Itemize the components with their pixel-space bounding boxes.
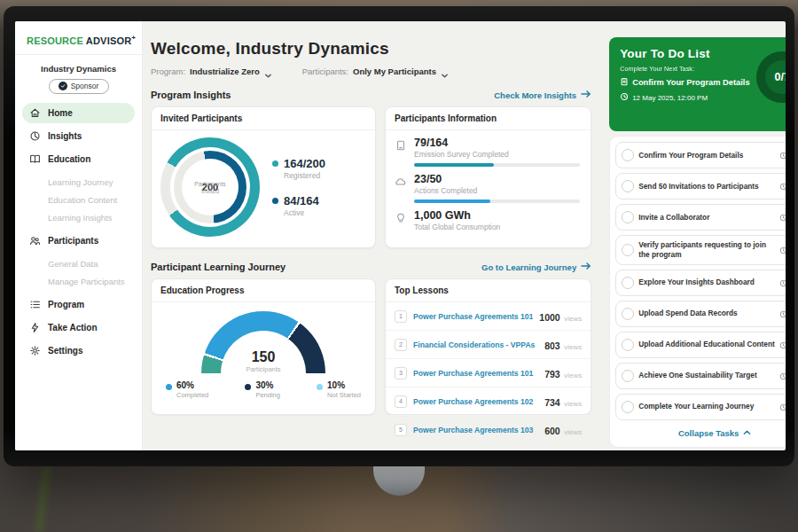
not-started-dot [317,384,323,390]
insights-icon [29,130,41,142]
participants-select[interactable]: Participants: Only My Participants [302,66,449,76]
collapse-tasks-link[interactable]: Collapse Tasks [615,425,786,443]
sidebar-item-take-action[interactable]: Take Action [22,317,135,338]
donut-legend: 164/200 Registered 84/164 Active [272,157,325,217]
chevron-down-icon [264,67,272,75]
sidebar-item-manage-participants[interactable]: Manage Participants [48,277,135,286]
donut-center-label: Participants Invited [187,181,233,196]
todo-summary-card: Your To Do List Complete Your Next Task:… [609,37,786,131]
sidebar-item-program[interactable]: Program [22,294,135,315]
legend-pending: 30% Pending [245,380,280,399]
sidebar-item-home[interactable]: Home [22,103,135,123]
lesson-rank: 5 [395,424,407,436]
task-checkbox[interactable] [622,277,634,289]
sidebar-item-settings[interactable]: Settings [22,340,135,361]
lesson-row: 4 Power Purchase Agreements 102 734 view… [386,387,591,416]
stat-actions-completed: 23/50 Actions Completed [386,167,591,203]
sidebar: RESOURCE ADVISOR+ Industry Dynamics Spon… [15,21,143,450]
clock-icon [779,399,786,415]
participants-select-label: Participants: [302,66,348,76]
check-more-insights-link[interactable]: Check More Insights [494,90,591,100]
dashboard-screen: RESOURCE ADVISOR+ Industry Dynamics Spon… [15,21,786,450]
sidebar-item-education-content[interactable]: Education Content [48,195,135,205]
lesson-rank: 2 [395,339,407,351]
go-to-learning-journey-link[interactable]: Go to Learning Journey [481,262,591,272]
task-checkbox[interactable] [622,401,634,413]
task-item[interactable]: Upload Spend Data Records [615,301,786,327]
clipboard-icon [620,77,629,88]
actions-progress-bar [414,200,580,203]
task-item[interactable]: Send 50 Invitations to Participants [615,173,786,200]
lesson-link[interactable]: Power Purchase Agreements 103 [413,426,538,434]
program-select[interactable]: Program: Industrialize Zero [151,66,272,76]
todo-panel: Your To Do List Complete Your Next Task:… [600,21,786,450]
logo-primary: RESOURCE [27,35,83,46]
task-checkbox[interactable] [622,149,634,161]
clock-icon [779,275,786,291]
lesson-rank: 4 [395,395,407,408]
gear-icon [29,345,41,356]
participants-select-value: Only My Participants [353,66,436,76]
task-checkbox[interactable] [622,308,634,320]
clock-icon [779,337,786,353]
sidebar-item-learning-journey[interactable]: Learning Journey [48,177,135,187]
todo-progress-count: 0/7 [765,60,786,94]
education-progress-gauge: 150 Participants [201,311,325,373]
task-checkbox[interactable] [622,370,634,382]
learning-journey-header: Participant Learning Journey Go to Learn… [151,262,591,272]
stat-global-consumption: 1,000 GWh Total Global Consumption [386,203,591,231]
lesson-rank: 1 [395,310,407,323]
participants-icon [29,235,41,246]
legend-registered: 164/200 Registered [272,157,325,180]
clock-icon [779,368,786,384]
todo-progress-ring: 0/7 [756,51,786,103]
sidebar-item-learning-insights[interactable]: Learning Insights [48,213,135,223]
completed-dot [166,384,172,390]
task-item[interactable]: Complete Your Learning Journey [615,394,786,420]
filters-row: Program: Industrialize Zero Participants… [151,66,591,76]
gauge-center-label: Participants [201,365,325,373]
main-content: Welcome, Industry Dynamics Program: Indu… [143,21,600,450]
sponsor-badge: Sponsor [49,79,109,94]
bulb-icon [395,212,407,224]
legend-not-started: 10% Not Started [317,380,361,399]
program-list-icon [29,299,41,310]
pending-dot [245,384,251,390]
clock-icon [779,147,786,163]
take-action-icon [29,322,41,333]
task-item[interactable]: Invite a Collaborator [615,204,786,231]
program-select-value: Industrialize Zero [190,66,260,76]
lesson-link[interactable]: Power Purchase Agreements 101 [413,312,533,321]
emission-progress-bar [414,163,580,167]
cloud-icon [395,176,407,188]
task-item[interactable]: Verify participants requesting to join t… [615,235,786,265]
sidebar-item-participants[interactable]: Participants [22,231,135,251]
task-checkbox[interactable] [622,180,634,192]
task-checkbox[interactable] [622,244,634,256]
app-logo: RESOURCE ADVISOR+ [15,32,142,55]
task-item[interactable]: Upload Additional Educational Content [615,332,786,358]
participants-information-title: Participants Information [386,107,591,130]
registered-dot [272,160,278,167]
learning-cards-row: Education Progress 150 Participants 60% … [151,278,591,415]
chevron-down-icon [441,67,449,75]
sidebar-item-education[interactable]: Education [22,149,135,169]
task-item[interactable]: Explore Your Insights Dashboard [615,270,786,296]
task-list: Confirm Your Program Details Send 50 Inv… [609,136,786,448]
task-item[interactable]: Confirm Your Program Details [615,142,786,168]
sidebar-item-general-data[interactable]: General Data [48,259,135,269]
task-checkbox[interactable] [622,339,634,351]
lesson-link[interactable]: Power Purchase Agreements 102 [413,397,538,406]
lesson-link[interactable]: Financial Considerations - VPPAs [413,340,538,349]
active-dot [272,198,278,204]
lesson-link[interactable]: Power Purchase Agreements 101 [413,369,538,378]
page-title: Welcome, Industry Dynamics [151,39,591,59]
gauge-legend: 60% Completed 30% Pending 10% Not Starte… [152,373,375,399]
sidebar-item-insights[interactable]: Insights [22,126,135,146]
clock-icon [779,242,786,258]
todo-subtitle: Complete Your Next Task: [620,65,756,73]
top-lessons-title: Top Lessons [386,279,591,302]
lesson-rank: 3 [395,367,407,379]
task-item[interactable]: Achieve One Sustainability Target [615,363,786,389]
task-checkbox[interactable] [622,211,634,223]
